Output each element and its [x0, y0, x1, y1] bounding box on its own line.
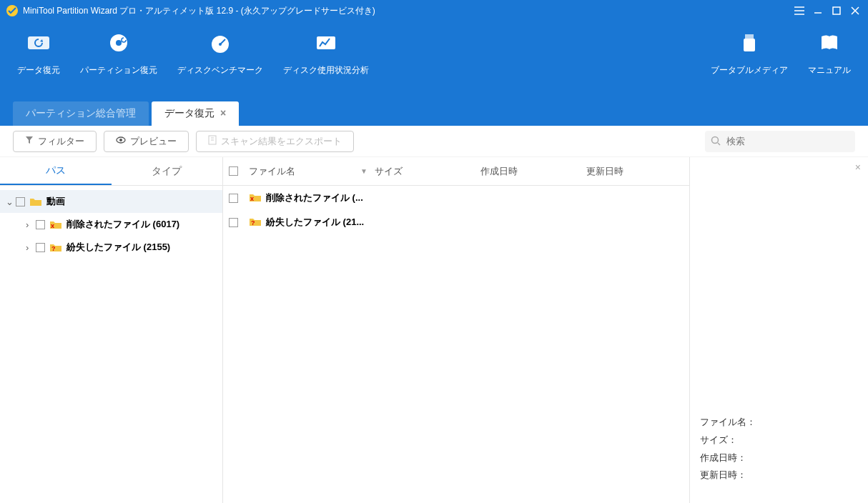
info-created: 作成日時：	[700, 449, 756, 467]
tool-bootable-media[interactable]: ブータブルメディア	[711, 30, 788, 76]
deleted-folder-icon: x	[249, 192, 262, 204]
tool-label: データ復元	[17, 64, 60, 76]
close-tab-icon[interactable]: ×	[220, 107, 226, 119]
svg-point-11	[119, 139, 122, 141]
table-header: ファイル名▼ サイズ 作成日時 更新日時	[223, 157, 689, 186]
button-label: スキャン結果をエクスポート	[221, 135, 342, 148]
titlebar: MiniTool Partition Wizard プロ・アルティメット版 12…	[0, 0, 868, 21]
table-row[interactable]: x 削除されたファイル (...	[223, 186, 689, 210]
content: パス タイプ ⌄ 動画 › x 削除されたファイル (6017) › ? 紛失し…	[0, 157, 868, 503]
button-label: フィルター	[38, 135, 84, 148]
lost-folder-icon: ?	[249, 216, 262, 229]
subtab-type[interactable]: タイプ	[112, 157, 223, 185]
svg-text:?: ?	[51, 245, 56, 252]
svg-rect-9	[744, 39, 755, 51]
svg-point-6	[219, 43, 222, 46]
svg-text:x: x	[250, 195, 254, 202]
checkbox[interactable]	[36, 220, 45, 229]
col-filename[interactable]: ファイル名▼	[249, 165, 375, 178]
filter-button[interactable]: フィルター	[13, 131, 97, 152]
tree-deleted-files[interactable]: › x 削除されたファイル (6017)	[0, 213, 222, 236]
svg-rect-2	[28, 36, 49, 49]
folder-icon	[29, 196, 42, 207]
svg-point-4	[116, 40, 122, 46]
preview-button[interactable]: プレビュー	[104, 131, 189, 152]
book-icon	[817, 30, 842, 56]
chevron-right-icon[interactable]: ›	[26, 219, 36, 230]
left-panel: パス タイプ ⌄ 動画 › x 削除されたファイル (6017) › ? 紛失し…	[0, 157, 223, 503]
tab-label: パーティション総合管理	[26, 107, 136, 119]
svg-text:?: ?	[251, 219, 255, 226]
info-size: サイズ：	[700, 432, 756, 449]
tool-label: マニュアル	[808, 64, 851, 76]
chevron-right-icon[interactable]: ›	[26, 242, 36, 253]
tool-manual[interactable]: マニュアル	[808, 30, 851, 76]
tool-label: ディスクベンチマーク	[177, 64, 263, 76]
app-icon	[6, 4, 19, 17]
tool-data-recovery[interactable]: データ復元	[17, 30, 60, 76]
preview-panel: × ファイル名： サイズ： 作成日時： 更新日時：	[689, 157, 868, 503]
eye-icon	[116, 136, 126, 146]
minimize-button[interactable]	[811, 4, 825, 18]
col-modified[interactable]: 更新日時	[586, 165, 686, 178]
tool-disk-benchmark[interactable]: ディスクベンチマーク	[177, 30, 263, 76]
menu-icon[interactable]	[792, 4, 807, 18]
col-created[interactable]: 作成日時	[480, 165, 586, 178]
file-info: ファイル名： サイズ： 作成日時： 更新日時：	[700, 414, 756, 484]
toolbar: データ復元 パーティション復元 ディスクベンチマーク ディスク使用状況分析 ブー…	[0, 21, 868, 99]
subtab-path[interactable]: パス	[0, 157, 112, 185]
info-modified: 更新日時：	[700, 467, 756, 484]
table-body: x 削除されたファイル (... ? 紛失したファイル (21...	[223, 186, 689, 503]
svg-rect-1	[833, 7, 840, 14]
col-size[interactable]: サイズ	[375, 165, 480, 178]
filter-icon	[25, 136, 34, 146]
button-label: プレビュー	[130, 135, 177, 148]
disk-usage-icon	[313, 30, 339, 56]
tab-partition-management[interactable]: パーティション総合管理	[13, 101, 149, 126]
svg-text:x: x	[51, 222, 54, 229]
tree-root[interactable]: ⌄ 動画	[0, 190, 222, 213]
close-preview-icon[interactable]: ×	[855, 161, 861, 173]
table-row[interactable]: ? 紛失したファイル (21...	[223, 210, 689, 234]
checkbox[interactable]	[16, 197, 25, 206]
search-input[interactable]	[705, 131, 855, 152]
deleted-folder-icon: x	[49, 219, 62, 230]
export-icon	[208, 135, 217, 147]
svg-rect-8	[745, 34, 754, 39]
chevron-down-icon[interactable]: ⌄	[6, 196, 16, 207]
subtabs: パス タイプ	[0, 157, 222, 186]
usb-icon	[736, 30, 762, 56]
tree-lost-files[interactable]: › ? 紛失したファイル (2155)	[0, 236, 222, 259]
cell-filename: 紛失したファイル (21...	[266, 216, 364, 229]
tree-label: 削除されたファイル (6017)	[66, 218, 179, 231]
close-button[interactable]	[848, 4, 862, 18]
svg-point-13	[712, 136, 719, 143]
data-recovery-icon	[26, 30, 51, 56]
tab-data-recovery[interactable]: データ復元×	[152, 101, 239, 126]
lost-folder-icon: ?	[49, 241, 62, 253]
select-all-checkbox[interactable]	[229, 166, 238, 176]
maximize-button[interactable]	[829, 4, 844, 18]
main-tabs: パーティション総合管理 データ復元×	[0, 99, 868, 126]
tool-label: ブータブルメディア	[711, 64, 788, 76]
tool-label: ディスク使用状況分析	[283, 64, 369, 76]
partition-recovery-icon	[106, 30, 132, 56]
tool-disk-usage[interactable]: ディスク使用状況分析	[283, 30, 369, 76]
cell-filename: 削除されたファイル (...	[266, 191, 363, 204]
tree-label: 動画	[46, 195, 65, 208]
row-checkbox[interactable]	[229, 194, 238, 203]
window-title: MiniTool Partition Wizard プロ・アルティメット版 12…	[23, 5, 788, 17]
tool-partition-recovery[interactable]: パーティション復元	[80, 30, 157, 76]
checkbox[interactable]	[36, 243, 45, 252]
export-button[interactable]: スキャン結果をエクスポート	[196, 131, 354, 152]
tree-label: 紛失したファイル (2155)	[66, 241, 170, 254]
action-row: フィルター プレビュー スキャン結果をエクスポート	[0, 126, 868, 157]
row-checkbox[interactable]	[229, 218, 238, 227]
benchmark-icon	[207, 30, 233, 56]
search-wrap	[705, 131, 855, 152]
search-icon	[711, 136, 721, 148]
info-filename: ファイル名：	[700, 414, 756, 432]
file-list-panel: ファイル名▼ サイズ 作成日時 更新日時 x 削除されたファイル (... ? …	[223, 157, 689, 503]
sort-desc-icon: ▼	[360, 167, 368, 175]
tab-label: データ復元	[164, 107, 214, 119]
